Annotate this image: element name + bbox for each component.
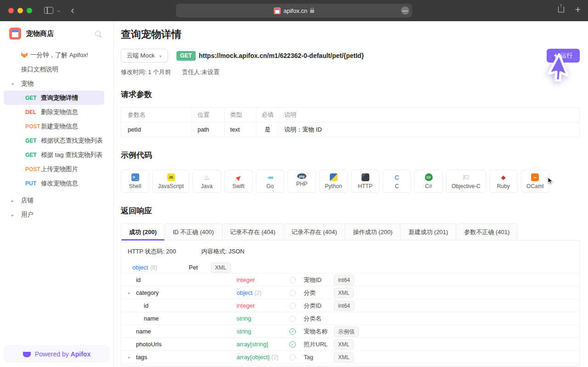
go-icon: -oo	[266, 173, 274, 181]
sidebar-item-post-endpoint[interactable]: POST上传宠物图片	[0, 162, 113, 176]
caret-down-icon[interactable]: ▾	[128, 290, 130, 295]
params-col-header: 参数名	[121, 108, 192, 122]
params-cell: path	[192, 122, 225, 137]
meta-row: 修改时间: 1 个月前 责任人:未设置	[121, 68, 580, 76]
lang-card-ocaml[interactable]: ~OCaml	[521, 170, 549, 193]
method-badge: GET	[176, 51, 196, 61]
lang-card-php[interactable]: phpPHP	[288, 170, 316, 193]
c-icon: C	[393, 173, 401, 181]
section-responses-title: 返回响应	[121, 206, 580, 217]
search-icon[interactable]	[95, 31, 101, 36]
sidebar-toggle-icon[interactable]	[44, 7, 53, 14]
close-window-button[interactable]	[8, 8, 14, 13]
chevron-down-icon[interactable]: ⌄	[57, 7, 61, 13]
minimize-window-button[interactable]	[17, 8, 23, 13]
javascript-icon: JS	[167, 173, 175, 181]
schema-type-count: {8}	[150, 264, 158, 271]
caret-right-icon[interactable]: ▸	[11, 198, 14, 203]
required-indicator	[289, 354, 301, 361]
powered-by-bar[interactable]: Powered by Apifox	[4, 345, 110, 362]
optional-circle-icon	[289, 290, 296, 296]
schema-row: namestring宠物名称示例值	[121, 325, 579, 338]
sidebar-item-put-endpoint[interactable]: PUT修改宠物信息	[0, 176, 113, 190]
sidebar-item-doc[interactable]: 接口文档说明	[0, 62, 113, 76]
sidebar-item-label: 查询宠物详情	[41, 94, 78, 102]
sidebar-item-label: 修改宠物信息	[41, 179, 78, 188]
response-tab[interactable]: 参数不正确 (401)	[456, 224, 518, 241]
sidebar-item-get-endpoint[interactable]: GET根据 tag 查找宠物列表	[0, 148, 113, 162]
xml-badge[interactable]: XML	[211, 263, 231, 273]
sidebar-item-folder[interactable]: ▸店铺	[0, 193, 113, 207]
address-bar[interactable]: apifox.cn •••	[176, 4, 412, 17]
new-tab-plus-icon[interactable]: +	[575, 4, 581, 15]
lang-card-c-[interactable]: C#C#	[414, 170, 443, 193]
schema-row: idinteger分类IDint64	[121, 299, 579, 312]
sidebar-item-label: 接口文档说明	[21, 65, 58, 74]
more-circle-icon[interactable]: •••	[401, 6, 409, 15]
lang-card-c[interactable]: CC	[383, 170, 411, 193]
csharp-icon: C#	[425, 173, 433, 181]
sidebar-item-get-endpoint[interactable]: GET查询宠物详情	[4, 91, 104, 105]
back-icon[interactable]: ‹	[71, 7, 74, 14]
lang-label: Ruby	[497, 183, 510, 189]
params-cell: petId	[121, 122, 192, 137]
optional-circle-icon	[289, 315, 296, 322]
schema-field-type: integer	[237, 276, 289, 283]
owner: 责任人:未设置	[182, 68, 220, 76]
lang-card-go[interactable]: -ooGo	[256, 170, 284, 193]
response-tab[interactable]: 成功 (200)	[121, 224, 165, 241]
schema-badge: int64	[334, 301, 354, 311]
required-check-icon	[289, 341, 296, 348]
caret-down-icon[interactable]: ▾	[11, 81, 14, 86]
lang-card-objective-c[interactable]: [C]Objective-C	[446, 170, 486, 193]
lang-card-swift[interactable]: ▶Swift	[224, 170, 253, 193]
caret-down-icon[interactable]: ▾	[128, 355, 130, 360]
xml-badge[interactable]: XML	[334, 339, 354, 350]
sidebar-item-get-endpoint[interactable]: GET根据状态查找宠物列表	[0, 133, 113, 148]
lang-label: C#	[425, 183, 432, 189]
schema-root-type: object{8}	[132, 264, 189, 271]
sidebar-item-folder[interactable]: ▾宠物	[0, 76, 113, 91]
run-button[interactable]: 运行	[547, 49, 580, 63]
response-tab[interactable]: 新建成功 (201)	[401, 224, 456, 241]
caret-right-icon[interactable]: ▸	[11, 212, 14, 217]
content-format: 内容格式: JSON	[201, 247, 244, 256]
sidebar-item-label: 删除宠物信息	[41, 108, 78, 116]
modified-time: 修改时间: 1 个月前	[121, 68, 171, 76]
lock-icon	[310, 10, 314, 13]
zoom-window-button[interactable]	[27, 8, 32, 13]
sidebar-item-folder[interactable]: ▸用户	[0, 207, 113, 222]
response-tab[interactable]: 记录不存在 (404)	[222, 224, 284, 241]
lang-card-javascript[interactable]: JSJavaScript	[153, 170, 189, 193]
lang-card-java[interactable]: ♨Java	[192, 170, 221, 193]
lang-card-python[interactable]: Python	[319, 170, 348, 193]
schema-field-type: array[object]{2}	[237, 354, 289, 361]
lang-card-shell[interactable]: >_Shell	[121, 170, 149, 193]
share-icon[interactable]	[558, 6, 564, 12]
response-tab[interactable]: 操作成功 (200)	[345, 224, 401, 241]
request-line: 云端 Mock ∨ GET https://mock.apifox.cn/m1/…	[121, 49, 580, 63]
schema-field-type: string	[237, 315, 289, 322]
params-table: 参数名位置类型必填说明 petIdpathtext是说明：宠物 ID	[121, 107, 580, 137]
response-tab[interactable]: ID 不正确 (400)	[165, 224, 222, 241]
http-status: HTTP 状态码: 200	[128, 247, 176, 256]
sidebar-item-doc[interactable]: 一分钟，了解 Apifox!	[0, 48, 113, 62]
env-select[interactable]: 云端 Mock ∨	[121, 49, 168, 63]
schema-field-name: name	[128, 315, 237, 322]
params-col-header: 必填	[257, 108, 279, 122]
schema-field-name: id	[128, 276, 237, 283]
lang-card-ruby[interactable]: ◆Ruby	[489, 170, 518, 193]
sidebar-item-post-endpoint[interactable]: POST新建宠物信息	[0, 119, 113, 133]
schema-field-name: ▾tags	[128, 354, 237, 361]
xml-badge[interactable]: XML	[334, 288, 354, 298]
response-tab[interactable]: 记录不存在 (404)	[284, 224, 345, 241]
sidebar-item-del-endpoint[interactable]: DEL删除宠物信息	[0, 105, 113, 119]
lang-card-http[interactable]: HTTP	[351, 170, 379, 193]
site-favicon	[274, 7, 281, 14]
lang-label: Java	[201, 183, 212, 189]
schema-root-name: Pet	[189, 264, 211, 271]
section-samples-title: 示例代码	[121, 150, 580, 161]
xml-badge[interactable]: XML	[334, 352, 354, 362]
sidebar-item-label: 根据状态查找宠物列表	[41, 137, 103, 145]
optional-circle-icon	[289, 277, 296, 283]
